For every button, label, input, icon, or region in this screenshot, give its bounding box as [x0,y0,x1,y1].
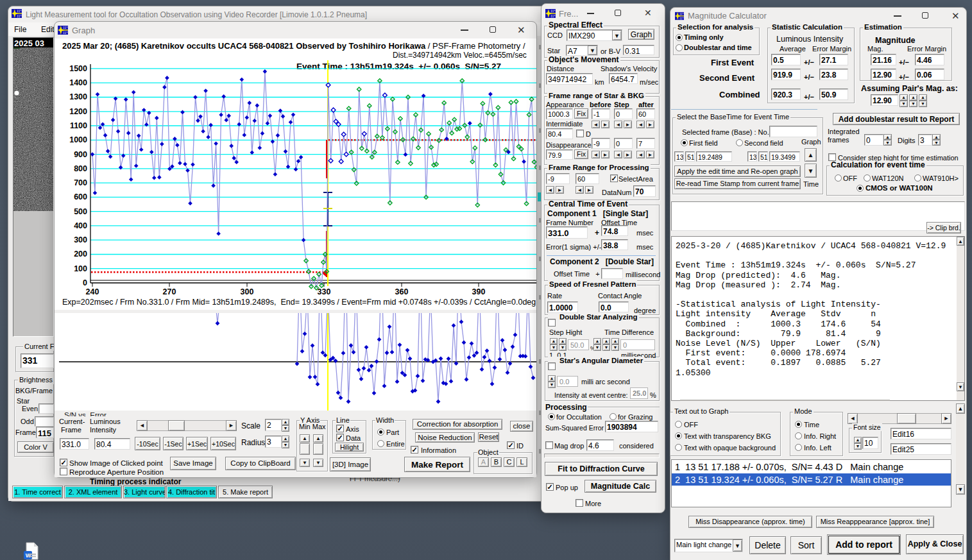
svg-text:100: 100 [74,264,87,273]
svg-text:390: 390 [472,287,486,296]
svg-text:300: 300 [241,287,254,296]
svg-text:900: 900 [74,150,87,159]
svg-text:1300: 1300 [69,92,87,101]
svg-text:360: 360 [395,287,409,296]
svg-text:300: 300 [74,235,87,244]
svg-text:270: 270 [163,287,176,296]
svg-text:1400: 1400 [69,78,87,87]
svg-text:240: 240 [86,287,99,296]
svg-text:500: 500 [74,207,87,216]
svg-text:600: 600 [74,192,87,201]
svg-text:200: 200 [74,250,87,259]
svg-text:1200: 1200 [69,107,87,116]
svg-text:0: 0 [83,278,87,287]
svg-text:800: 800 [74,164,87,173]
svg-text:1500: 1500 [69,64,87,73]
svg-text:1100: 1100 [70,121,87,130]
svg-text:330: 330 [318,287,331,296]
svg-text:400: 400 [74,221,87,230]
svg-text:1000: 1000 [69,135,87,144]
svg-text:700: 700 [74,178,87,187]
svg-text:W: W [26,552,31,559]
